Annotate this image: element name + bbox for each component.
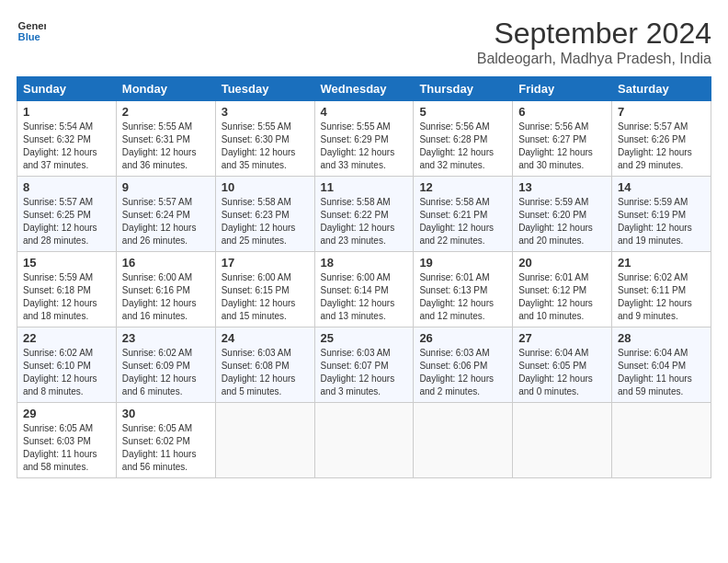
day-number: 15 xyxy=(23,256,110,270)
list-item xyxy=(314,403,414,478)
day-number: 16 xyxy=(122,256,210,270)
day-info: Sunrise: 5:55 AM Sunset: 6:29 PM Dayligh… xyxy=(321,121,408,172)
list-item: 2Sunrise: 5:55 AM Sunset: 6:31 PM Daylig… xyxy=(116,101,215,177)
day-info: Sunrise: 6:01 AM Sunset: 6:12 PM Dayligh… xyxy=(518,271,606,323)
day-number: 17 xyxy=(222,256,309,270)
list-item: 24Sunrise: 6:03 AM Sunset: 6:08 PM Dayli… xyxy=(215,327,314,403)
day-info: Sunrise: 6:05 AM Sunset: 6:03 PM Dayligh… xyxy=(23,422,110,474)
svg-text:Blue: Blue xyxy=(18,31,40,42)
list-item xyxy=(414,403,513,478)
day-number: 21 xyxy=(618,256,705,270)
day-number: 9 xyxy=(122,180,210,194)
day-info: Sunrise: 5:54 AM Sunset: 6:32 PM Dayligh… xyxy=(23,121,110,172)
day-number: 27 xyxy=(518,331,606,345)
list-item: 13Sunrise: 5:59 AM Sunset: 6:20 PM Dayli… xyxy=(513,177,612,252)
day-info: Sunrise: 6:04 AM Sunset: 6:05 PM Dayligh… xyxy=(518,347,606,398)
day-number: 3 xyxy=(222,105,309,119)
day-info: Sunrise: 5:57 AM Sunset: 6:25 PM Dayligh… xyxy=(23,196,110,247)
day-info: Sunrise: 5:57 AM Sunset: 6:24 PM Dayligh… xyxy=(122,196,210,247)
day-info: Sunrise: 5:55 AM Sunset: 6:31 PM Dayligh… xyxy=(122,121,210,172)
list-item: 7Sunrise: 5:57 AM Sunset: 6:26 PM Daylig… xyxy=(612,101,711,177)
logo-icon: General Blue xyxy=(17,17,46,46)
day-number: 19 xyxy=(419,256,506,270)
list-item: 25Sunrise: 6:03 AM Sunset: 6:07 PM Dayli… xyxy=(314,327,414,403)
day-info: Sunrise: 5:57 AM Sunset: 6:26 PM Dayligh… xyxy=(618,121,705,172)
list-item: 20Sunrise: 6:01 AM Sunset: 6:12 PM Dayli… xyxy=(513,252,612,327)
col-friday: Friday xyxy=(513,77,612,101)
list-item xyxy=(612,403,711,478)
day-number: 29 xyxy=(23,407,110,420)
day-info: Sunrise: 6:00 AM Sunset: 6:15 PM Dayligh… xyxy=(222,271,309,323)
list-item: 3Sunrise: 5:55 AM Sunset: 6:30 PM Daylig… xyxy=(215,101,314,177)
col-thursday: Thursday xyxy=(414,77,513,101)
header: General Blue September 2024 Baldeogarh, … xyxy=(17,17,711,67)
day-number: 25 xyxy=(321,331,408,345)
list-item: 22Sunrise: 6:02 AM Sunset: 6:10 PM Dayli… xyxy=(17,327,117,403)
day-number: 12 xyxy=(419,180,506,194)
list-item xyxy=(513,403,612,478)
day-info: Sunrise: 6:05 AM Sunset: 6:02 PM Dayligh… xyxy=(122,422,210,474)
day-number: 8 xyxy=(23,180,110,194)
col-saturday: Saturday xyxy=(612,77,711,101)
day-number: 26 xyxy=(419,331,506,345)
day-number: 24 xyxy=(222,331,309,345)
list-item: 5Sunrise: 5:56 AM Sunset: 6:28 PM Daylig… xyxy=(414,101,513,177)
day-info: Sunrise: 6:01 AM Sunset: 6:13 PM Dayligh… xyxy=(419,271,506,323)
table-row: 8Sunrise: 5:57 AM Sunset: 6:25 PM Daylig… xyxy=(17,177,711,252)
day-info: Sunrise: 6:02 AM Sunset: 6:09 PM Dayligh… xyxy=(122,347,210,398)
table-row: 29Sunrise: 6:05 AM Sunset: 6:03 PM Dayli… xyxy=(17,403,711,478)
day-number: 6 xyxy=(518,105,606,119)
day-number: 1 xyxy=(23,105,110,119)
calendar-table: Sunday Monday Tuesday Wednesday Thursday… xyxy=(17,76,711,478)
page: General Blue September 2024 Baldeogarh, … xyxy=(0,0,728,488)
day-number: 23 xyxy=(122,331,210,345)
day-info: Sunrise: 5:59 AM Sunset: 6:18 PM Dayligh… xyxy=(23,271,110,323)
list-item: 29Sunrise: 6:05 AM Sunset: 6:03 PM Dayli… xyxy=(17,403,117,478)
list-item: 26Sunrise: 6:03 AM Sunset: 6:06 PM Dayli… xyxy=(414,327,513,403)
main-title: September 2024 xyxy=(477,17,711,51)
day-number: 13 xyxy=(518,180,606,194)
list-item: 14Sunrise: 5:59 AM Sunset: 6:19 PM Dayli… xyxy=(612,177,711,252)
list-item: 15Sunrise: 5:59 AM Sunset: 6:18 PM Dayli… xyxy=(17,252,117,327)
table-row: 22Sunrise: 6:02 AM Sunset: 6:10 PM Dayli… xyxy=(17,327,711,403)
day-number: 14 xyxy=(618,180,705,194)
list-item: 10Sunrise: 5:58 AM Sunset: 6:23 PM Dayli… xyxy=(215,177,314,252)
day-info: Sunrise: 6:03 AM Sunset: 6:08 PM Dayligh… xyxy=(222,347,309,398)
col-sunday: Sunday xyxy=(17,77,117,101)
day-info: Sunrise: 5:55 AM Sunset: 6:30 PM Dayligh… xyxy=(222,121,309,172)
day-number: 10 xyxy=(222,180,309,194)
list-item: 16Sunrise: 6:00 AM Sunset: 6:16 PM Dayli… xyxy=(116,252,215,327)
day-info: Sunrise: 5:59 AM Sunset: 6:19 PM Dayligh… xyxy=(618,196,705,247)
header-row: Sunday Monday Tuesday Wednesday Thursday… xyxy=(17,77,711,101)
list-item: 9Sunrise: 5:57 AM Sunset: 6:24 PM Daylig… xyxy=(116,177,215,252)
day-info: Sunrise: 5:59 AM Sunset: 6:20 PM Dayligh… xyxy=(518,196,606,247)
day-info: Sunrise: 6:04 AM Sunset: 6:04 PM Dayligh… xyxy=(618,347,705,398)
day-number: 11 xyxy=(321,180,408,194)
day-info: Sunrise: 6:00 AM Sunset: 6:14 PM Dayligh… xyxy=(321,271,408,323)
col-monday: Monday xyxy=(116,77,215,101)
day-number: 22 xyxy=(23,331,110,345)
day-info: Sunrise: 5:56 AM Sunset: 6:28 PM Dayligh… xyxy=(419,121,506,172)
list-item: 27Sunrise: 6:04 AM Sunset: 6:05 PM Dayli… xyxy=(513,327,612,403)
list-item: 30Sunrise: 6:05 AM Sunset: 6:02 PM Dayli… xyxy=(116,403,215,478)
day-number: 28 xyxy=(618,331,705,345)
day-number: 18 xyxy=(321,256,408,270)
day-info: Sunrise: 6:03 AM Sunset: 6:06 PM Dayligh… xyxy=(419,347,506,398)
day-number: 20 xyxy=(518,256,606,270)
col-tuesday: Tuesday xyxy=(215,77,314,101)
table-row: 15Sunrise: 5:59 AM Sunset: 6:18 PM Dayli… xyxy=(17,252,711,327)
day-info: Sunrise: 5:56 AM Sunset: 6:27 PM Dayligh… xyxy=(518,121,606,172)
day-info: Sunrise: 5:58 AM Sunset: 6:22 PM Dayligh… xyxy=(321,196,408,247)
day-number: 7 xyxy=(618,105,705,119)
list-item: 8Sunrise: 5:57 AM Sunset: 6:25 PM Daylig… xyxy=(17,177,117,252)
day-info: Sunrise: 6:02 AM Sunset: 6:10 PM Dayligh… xyxy=(23,347,110,398)
list-item: 11Sunrise: 5:58 AM Sunset: 6:22 PM Dayli… xyxy=(314,177,414,252)
list-item: 19Sunrise: 6:01 AM Sunset: 6:13 PM Dayli… xyxy=(414,252,513,327)
list-item: 23Sunrise: 6:02 AM Sunset: 6:09 PM Dayli… xyxy=(116,327,215,403)
list-item: 12Sunrise: 5:58 AM Sunset: 6:21 PM Dayli… xyxy=(414,177,513,252)
title-area: September 2024 Baldeogarh, Madhya Prades… xyxy=(477,17,711,67)
list-item: 28Sunrise: 6:04 AM Sunset: 6:04 PM Dayli… xyxy=(612,327,711,403)
list-item: 4Sunrise: 5:55 AM Sunset: 6:29 PM Daylig… xyxy=(314,101,414,177)
list-item: 18Sunrise: 6:00 AM Sunset: 6:14 PM Dayli… xyxy=(314,252,414,327)
list-item: 21Sunrise: 6:02 AM Sunset: 6:11 PM Dayli… xyxy=(612,252,711,327)
